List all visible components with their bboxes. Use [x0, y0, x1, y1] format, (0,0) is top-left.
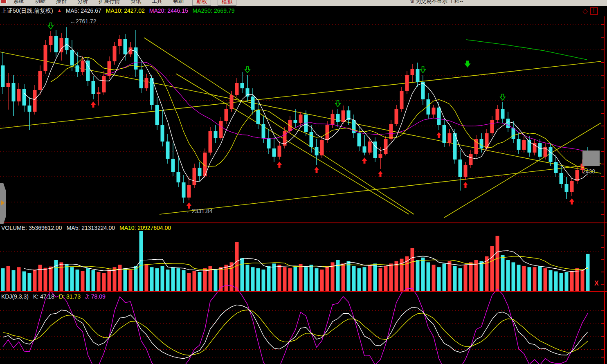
vol-ma10-value: MA10: 20927604.00: [119, 225, 171, 231]
symbol-title: 上证50(日线.前复权): [1, 7, 53, 15]
menu-right-status: 证为交易不显示 主程--: [410, 0, 463, 5]
app-icon[interactable]: [1, 0, 7, 3]
main-chart-header: 上证50(日线.前复权) ▲ MA5: 2426.67 MA10: 2427.0…: [1, 7, 235, 15]
svg-text:2430: 2430: [582, 168, 595, 175]
svg-text:←2761.72: ←2761.72: [70, 18, 97, 25]
menu-function[interactable]: 功能: [35, 0, 45, 5]
chart-canvas[interactable]: 2430←2761.72←2331.84: [0, 0, 607, 364]
menu-sim-hot[interactable]: 模拟: [218, 0, 236, 6]
ma5-value: MA5: 2426.67: [66, 7, 101, 15]
expand-arrow-icon: [1, 200, 4, 205]
kdj-j-value: J: 78.09: [85, 293, 106, 300]
kdj-header: KDJ(9,3,3) K: 47.18 D: 31.73 J: 78.09: [1, 293, 106, 300]
diamond-icon[interactable]: ◇: [582, 8, 588, 15]
volume-value: VOLUME: 35369612.00: [1, 225, 62, 231]
kdj-name: KDJ(9,3,3): [1, 293, 29, 300]
menu-extended[interactable]: 扩展行情: [99, 0, 120, 5]
ma250-value: MA250: 2669.79: [193, 7, 235, 15]
sidebar-expand-handle[interactable]: [0, 183, 6, 224]
menu-options-hot[interactable]: 期权: [192, 0, 211, 6]
menu-help[interactable]: 帮助: [173, 0, 184, 5]
menu-tools[interactable]: 工具: [152, 0, 162, 5]
menu-analysis[interactable]: 分析: [77, 0, 88, 5]
ma10-value: MA10: 2427.02: [106, 7, 145, 15]
menu-system[interactable]: 系统: [13, 0, 24, 5]
volume-header: VOLUME: 35369612.00 MA5: 21313224.00 MA1…: [1, 225, 171, 231]
kdj-d-value: D: 31.73: [59, 293, 81, 300]
up-arrow-icon: ▲: [57, 7, 62, 15]
close-indicator-button[interactable]: X: [594, 280, 599, 287]
vol-ma5-value: MA5: 21313224.00: [67, 225, 115, 231]
ma20-value: MA20: 2446.15: [149, 7, 188, 15]
svg-text:←2331.84: ←2331.84: [186, 208, 213, 214]
menu-info[interactable]: 资讯: [130, 0, 141, 5]
menu-bar: 系统 功能 报价 分析 扩展行情 资讯 工具 帮助 期权 模拟 证为交易不显示 …: [0, 0, 607, 6]
pane-corner-controls: ◇: [582, 7, 598, 15]
split-window-icon[interactable]: [590, 7, 598, 15]
kdj-k-value: K: 47.18: [33, 293, 54, 300]
menu-quote[interactable]: 报价: [56, 0, 67, 5]
